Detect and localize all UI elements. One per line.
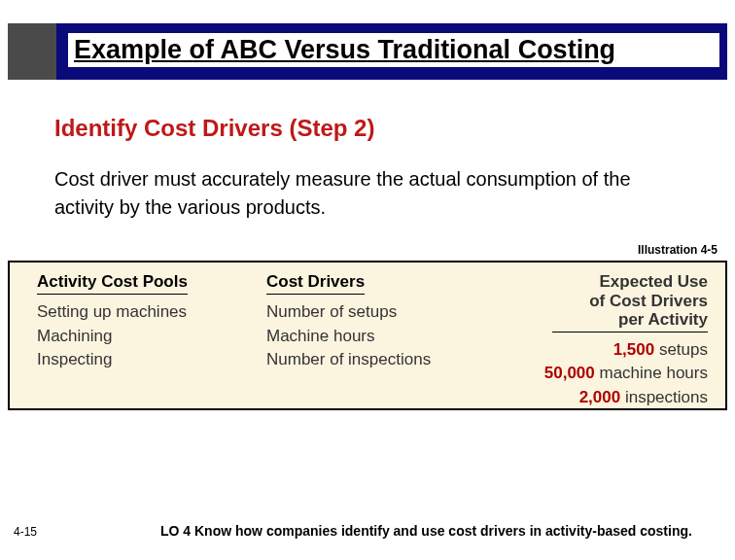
table-cell: Machining xyxy=(37,325,253,349)
expected-value: 2,000 xyxy=(579,388,621,406)
expected-unit: setups xyxy=(659,340,708,359)
table-cell: Machine hours xyxy=(266,325,480,349)
expected-value: 50,000 xyxy=(544,364,595,382)
header-line: of Cost Drivers xyxy=(589,292,708,311)
table-cell: 50,000 machine hours xyxy=(494,362,708,386)
table-col-expected: Expected Use of Cost Drivers per Activit… xyxy=(494,272,708,399)
body-paragraph: Cost driver must accurately measure the … xyxy=(54,165,686,222)
header-line: Expected Use xyxy=(600,272,709,292)
expected-unit: inspections xyxy=(625,388,708,406)
col-header-drivers: Cost Drivers xyxy=(266,272,365,295)
table-cell: Inspecting xyxy=(37,348,253,372)
table-col-drivers: Cost Drivers Number of setups Machine ho… xyxy=(266,272,480,399)
section-subtitle: Identify Cost Drivers (Step 2) xyxy=(54,115,374,142)
illustration-table: Activity Cost Pools Setting up machines … xyxy=(8,261,727,410)
page-number: 4-15 xyxy=(14,525,37,539)
expected-unit: machine hours xyxy=(599,364,708,382)
table-cell: Number of setups xyxy=(266,300,480,325)
table-cell: 2,000 inspections xyxy=(494,386,708,410)
table-cell: 1,500 setups xyxy=(494,338,708,363)
header-line: per Activity xyxy=(618,310,708,330)
header-rule xyxy=(552,332,708,332)
title-bar-accent xyxy=(8,23,56,80)
col-header-pools: Activity Cost Pools xyxy=(37,272,188,295)
slide-title: Example of ABC Versus Traditional Costin… xyxy=(68,33,719,67)
table-col-pools: Activity Cost Pools Setting up machines … xyxy=(37,272,253,399)
col-header-expected: Expected Use of Cost Drivers per Activit… xyxy=(494,272,708,330)
table-cell: Number of inspections xyxy=(266,348,480,372)
illustration-label: Illustration 4-5 xyxy=(638,243,718,257)
table-cell: Setting up machines xyxy=(37,300,253,325)
learning-objective: LO 4 Know how companies identify and use… xyxy=(160,523,692,539)
expected-value: 1,500 xyxy=(613,340,655,359)
